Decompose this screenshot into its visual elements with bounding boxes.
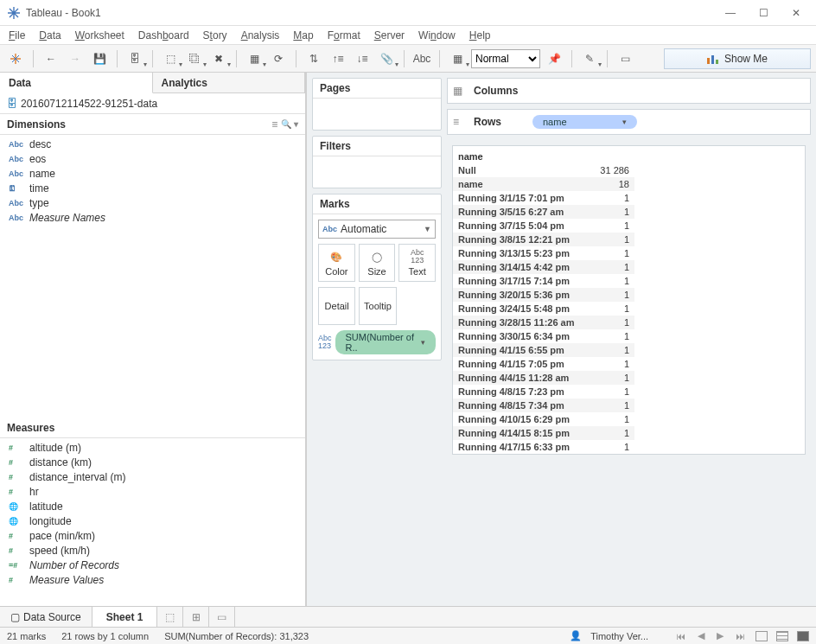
measure-field[interactable]: #distance (km) xyxy=(0,455,305,469)
viz-canvas[interactable]: name Null31 286name18Running 3/1/15 7:01… xyxy=(452,145,806,455)
dimension-field[interactable]: Abcname xyxy=(0,166,305,181)
menu-dashboard[interactable]: Dashboard xyxy=(138,29,189,41)
pages-shelf[interactable]: Pages xyxy=(312,78,442,131)
table-row[interactable]: Running 4/17/15 6:33 pm1 xyxy=(453,440,634,454)
tab-view-button[interactable] xyxy=(755,631,768,641)
nav-next[interactable]: ▶ xyxy=(715,630,725,641)
search-icon[interactable]: 🔍 ▾ xyxy=(281,119,298,129)
table-row[interactable]: Running 3/20/15 5:36 pm1 xyxy=(453,288,634,302)
tab-analytics[interactable]: Analytics xyxy=(153,73,306,92)
table-row[interactable]: Running 4/4/15 11:28 am1 xyxy=(453,371,634,385)
nav-prev[interactable]: ◀ xyxy=(696,630,706,641)
measure-field[interactable]: 🌐latitude xyxy=(0,499,305,513)
sort-view-button[interactable] xyxy=(797,631,809,641)
sheet-tab[interactable]: Sheet 1 xyxy=(92,607,158,627)
table-row[interactable]: Running 4/8/15 7:23 pm1 xyxy=(453,385,634,399)
fit-select[interactable]: Normal xyxy=(471,49,540,68)
dimension-field[interactable]: 🗓time xyxy=(0,181,305,195)
table-row[interactable]: Running 4/10/15 6:29 pm1 xyxy=(453,412,634,426)
swap-button[interactable]: ⇅ xyxy=(303,48,324,69)
tableau-logo-button[interactable] xyxy=(5,48,26,69)
dimension-field[interactable]: Abceos xyxy=(0,151,305,166)
close-button[interactable]: ✕ xyxy=(790,7,802,19)
dimension-field[interactable]: Abctype xyxy=(0,195,305,210)
measure-field[interactable]: 🌐longitude xyxy=(0,513,305,528)
new-story-tab[interactable]: ▭ xyxy=(209,607,235,627)
filters-shelf[interactable]: Filters xyxy=(312,136,442,188)
mark-pill-sum[interactable]: SUM(Number of R..▾ xyxy=(335,330,436,354)
table-row[interactable]: Running 3/24/15 5:48 pm1 xyxy=(453,302,634,316)
marks-color[interactable]: 🎨Color xyxy=(318,244,355,282)
measure-field[interactable]: #hr xyxy=(0,484,305,499)
marks-text[interactable]: Abc123Text xyxy=(398,244,436,282)
new-worksheet-tab[interactable]: ⬚ xyxy=(157,607,183,627)
table-row[interactable]: Running 3/8/15 12:21 pm1 xyxy=(453,233,634,246)
table-row[interactable]: name18 xyxy=(453,177,634,191)
menu-format[interactable]: Format xyxy=(328,29,360,41)
menu-file[interactable]: File xyxy=(9,29,25,41)
data-source-tab[interactable]: ▢Data Source xyxy=(0,607,92,627)
tab-data[interactable]: Data xyxy=(0,73,153,93)
dimension-field[interactable]: AbcMeasure Names xyxy=(0,210,305,225)
rows-shelf[interactable]: ≡ Rows name▾ xyxy=(447,109,811,135)
status-user[interactable]: Timothy Ver... xyxy=(590,631,648,641)
sort-asc-button[interactable]: ↑≡ xyxy=(328,48,348,69)
measure-field[interactable]: #speed (km/h) xyxy=(0,543,305,558)
measure-field[interactable]: #distance_interval (m) xyxy=(0,469,305,484)
labels-button[interactable]: Abc xyxy=(411,48,432,69)
measure-field[interactable]: #Measure Values xyxy=(0,572,305,587)
duplicate-button[interactable]: ⿻ xyxy=(184,48,205,69)
rows-pill-name[interactable]: name▾ xyxy=(532,115,637,129)
filmstrip-view-button[interactable] xyxy=(776,631,788,641)
new-datasource-button[interactable]: 🗄 xyxy=(124,48,145,69)
marks-type-select[interactable]: Abc Automatic ▼ xyxy=(318,220,436,239)
menu-server[interactable]: Server xyxy=(374,29,405,41)
undo-button[interactable]: ← xyxy=(41,48,61,69)
pin-button[interactable]: 📌 xyxy=(544,48,564,69)
menu-story[interactable]: Story xyxy=(203,29,227,41)
new-dashboard-tab[interactable]: ⊞ xyxy=(183,607,209,627)
redo-button[interactable]: → xyxy=(65,48,86,69)
table-row[interactable]: Running 3/17/15 7:14 pm1 xyxy=(453,274,634,288)
measure-field[interactable]: #pace (min/km) xyxy=(0,528,305,543)
table-row[interactable]: Running 3/7/15 5:04 pm1 xyxy=(453,219,634,233)
table-row[interactable]: Running 3/13/15 5:23 pm1 xyxy=(453,246,634,260)
new-worksheet-button[interactable]: ⬚ xyxy=(160,48,181,69)
marks-detail[interactable]: Detail xyxy=(318,287,355,325)
table-row[interactable]: Running 3/14/15 4:42 pm1 xyxy=(453,260,634,274)
menu-help[interactable]: Help xyxy=(469,29,491,41)
marks-size[interactable]: ◯Size xyxy=(359,244,396,282)
menu-window[interactable]: Window xyxy=(418,29,456,41)
autoupdate-button[interactable]: ▦ xyxy=(244,48,265,69)
group-button[interactable]: 📎 xyxy=(376,48,397,69)
table-row[interactable]: Running 4/8/15 7:34 pm1 xyxy=(453,399,634,412)
save-button[interactable]: 💾 xyxy=(89,48,110,69)
dimension-field[interactable]: Abcdesc xyxy=(0,137,305,151)
table-row[interactable]: Running 4/1/15 7:05 pm1 xyxy=(453,357,634,371)
view-cards-button[interactable]: ▦ xyxy=(447,48,468,69)
minimize-button[interactable]: — xyxy=(724,7,736,19)
nav-last[interactable]: ⏭ xyxy=(734,631,747,641)
measure-field[interactable]: =#Number of Records xyxy=(0,558,305,572)
column-header-name[interactable]: name xyxy=(453,146,586,163)
table-row[interactable]: Running 3/1/15 7:01 pm1 xyxy=(453,191,634,205)
datasource-item[interactable]: 🗄 20160712114522-91251-data xyxy=(0,93,305,114)
menu-data[interactable]: Data xyxy=(39,29,61,41)
table-row[interactable]: Running 4/14/15 8:15 pm1 xyxy=(453,426,634,440)
clear-button[interactable]: ✖ xyxy=(208,48,229,69)
refresh-button[interactable]: ⟳ xyxy=(268,48,289,69)
table-row[interactable]: Running 3/5/15 6:27 am1 xyxy=(453,205,634,219)
menu-map[interactable]: Map xyxy=(293,29,313,41)
table-row[interactable]: Running 3/28/15 11:26 am1 xyxy=(453,316,634,329)
show-me-button[interactable]: Show Me xyxy=(664,48,811,69)
sort-desc-button[interactable]: ↓≡ xyxy=(352,48,373,69)
measure-field[interactable]: #altitude (m) xyxy=(0,440,305,455)
nav-first[interactable]: ⏮ xyxy=(674,631,687,641)
table-row[interactable]: Null31 286 xyxy=(453,163,634,177)
columns-shelf[interactable]: ▦ Columns xyxy=(447,78,811,104)
dimensions-menu-icon[interactable]: ≡ xyxy=(271,118,277,131)
menu-analysis[interactable]: Analysis xyxy=(241,29,280,41)
maximize-button[interactable]: ☐ xyxy=(757,7,769,19)
menu-worksheet[interactable]: Worksheet xyxy=(75,29,124,41)
marks-tooltip[interactable]: Tooltip xyxy=(359,287,396,325)
